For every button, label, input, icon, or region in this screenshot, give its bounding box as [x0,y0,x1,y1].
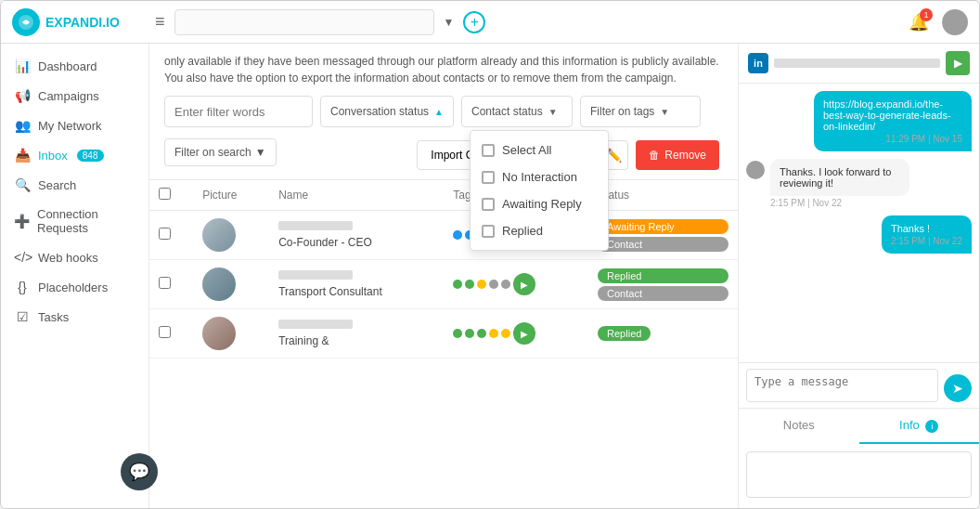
filter-row-1: Conversation status ▲ Select All No Inte… [164,96,723,127]
contact-avatar [202,317,236,350]
checkbox-awaiting-reply[interactable] [482,198,495,211]
sidebar-item-connection-requests[interactable]: ➕ Connection Requests [1,200,148,242]
tab-notes[interactable]: Notes [739,409,859,444]
dashboard-icon: 📊 [14,59,31,73]
dropdown-awaiting-reply[interactable]: Awaiting Reply [471,190,608,217]
sidebar-label-inbox: Inbox [38,149,68,163]
sidebar-label-placeholders: Placeholders [38,281,108,294]
hamburger-menu[interactable]: ≡ [155,12,165,32]
row-checkbox[interactable] [159,277,171,289]
add-button[interactable]: + [463,11,485,33]
send-button[interactable]: ➤ [944,374,972,402]
notes-info-tabs: Notes Info i [739,408,979,444]
status-replied-badge: Replied [598,268,729,283]
filter-search-label: Filter on search [174,146,251,159]
status-awaiting-badge: Awaiting Reply [598,219,729,234]
contact-name-blur-chat [774,59,940,68]
remove-button[interactable]: 🗑 Remove [636,140,719,170]
messages-area: https://blog.expandi.io/the-best-way-to-… [739,84,979,362]
message-input[interactable] [746,369,938,402]
filter-search-button[interactable]: Filter on search ▼ [164,138,277,166]
conversation-status-dropdown[interactable]: Conversation status ▲ Select All No Inte… [320,96,454,127]
sidebar-label-tasks: Tasks [38,310,69,324]
dropdown-popup: Select All No Interaction Awaiting Reply [470,130,609,251]
dropdown-replied[interactable]: Replied [471,217,608,244]
row-checkbox[interactable] [159,228,171,240]
tab-info-label: Info [899,418,920,432]
tag-dot [453,329,462,338]
linkedin-icon: in [748,53,768,73]
checkbox-no-interaction[interactable] [482,171,495,184]
sidebar-item-search[interactable]: 🔍 Search [1,170,148,200]
placeholders-icon: {} [14,280,31,294]
top-search-input[interactable] [174,9,434,35]
contact-name-blur [278,320,353,329]
contact-avatar [202,268,236,301]
top-icons: 🔔 1 [909,9,968,35]
connection-requests-icon: ➕ [14,214,30,228]
filter-row-2: Filter on search ▼ [164,138,277,166]
tab-info[interactable]: Info i [859,409,980,444]
sidebar-item-inbox[interactable]: 📥 Inbox 848 [1,140,148,170]
description-text: only available if they have been message… [164,53,723,86]
content-area: only available if they have been message… [149,44,738,508]
tag-dot [465,280,474,289]
outgoing-message: https://blog.expandi.io/the-best-way-to-… [814,91,972,151]
status-replied-badge: Replied [598,326,651,341]
chat-play-button[interactable]: ▶ [946,51,970,75]
table-row: Transport Consultant ▶ [149,260,738,309]
sidebar-label-my-network: My Network [38,119,102,133]
sidebar-item-webhooks[interactable]: </> Web hooks [1,242,148,272]
contact-role: Co-Founder - CEO [278,236,434,249]
campaigns-icon: 📢 [14,88,31,103]
filter-words-input[interactable] [164,96,313,127]
tag-dot [489,329,498,338]
top-bar: EXPANDI.IO ≡ ▼ + 🔔 1 [1,1,979,44]
table-header-row: Picture Name Tags Status [149,180,738,211]
outgoing-message: Thanks ! 2:15 PM | Nov 22 [882,215,972,254]
col-status: Status [588,180,738,211]
row-checkbox[interactable] [159,326,171,338]
dropdown-select-all-label: Select All [502,143,551,157]
sidebar-item-tasks[interactable]: ☑ Tasks [1,302,148,332]
top-search-dropdown-arrow[interactable]: ▼ [444,16,455,29]
play-button[interactable]: ▶ [513,273,535,295]
tag-dot [477,280,486,289]
sidebar-label-webhooks: Web hooks [38,251,98,265]
search-icon: 🔍 [14,177,31,192]
main-layout: 📊 Dashboard 📢 Campaigns 👥 My Network 📥 I… [1,44,979,508]
status-contact-badge: Contact [598,286,729,301]
contact-role: Transport Consultant [278,285,434,298]
message-time: 2:15 PM | Nov 22 [770,198,909,208]
sidebar-item-placeholders[interactable]: {} Placeholders [1,272,148,302]
sidebar-item-dashboard[interactable]: 📊 Dashboard [1,51,148,81]
select-all-checkbox[interactable] [159,188,171,200]
message-time: 2:15 PM | Nov 22 [891,236,962,246]
filter-bar: only available if they have been message… [149,44,738,180]
status-contact-badge: Contact [598,237,729,252]
dropdown-select-all[interactable]: Select All [471,137,608,163]
checkbox-replied[interactable] [482,225,495,238]
dropdown-no-interaction[interactable]: No Interaction [471,163,608,190]
notes-textarea[interactable] [746,451,972,498]
checkbox-select-all[interactable] [482,144,495,157]
info-icon: i [925,420,938,433]
filter-tags-caret: ▼ [660,107,669,117]
dropdown-no-interaction-label: No Interaction [502,170,577,184]
user-avatar[interactable] [942,9,968,35]
contact-status-dropdown[interactable]: Contact status ▼ [461,96,573,127]
chat-bubble-button[interactable]: 💬 [121,453,158,490]
sidebar-item-my-network[interactable]: 👥 My Network [1,111,148,140]
conv-status-label: Conversation status [330,105,429,118]
filter-tags-dropdown[interactable]: Filter on tags ▼ [580,96,701,127]
contact-status-label: Contact status [471,105,543,118]
contacts-table: Picture Name Tags Status [149,180,738,359]
message-text: Thanks. I look forward to reviewing it! [770,159,909,196]
remove-trash-icon: 🗑 [649,149,660,162]
dropdown-awaiting-reply-label: Awaiting Reply [502,197,582,211]
conv-status-caret: ▲ [434,107,444,117]
play-button[interactable]: ▶ [513,322,535,345]
sidebar-item-campaigns[interactable]: 📢 Campaigns [1,81,148,111]
notification-icon[interactable]: 🔔 1 [909,12,929,33]
message-text: https://blog.expandi.io/the-best-way-to-… [823,98,962,132]
